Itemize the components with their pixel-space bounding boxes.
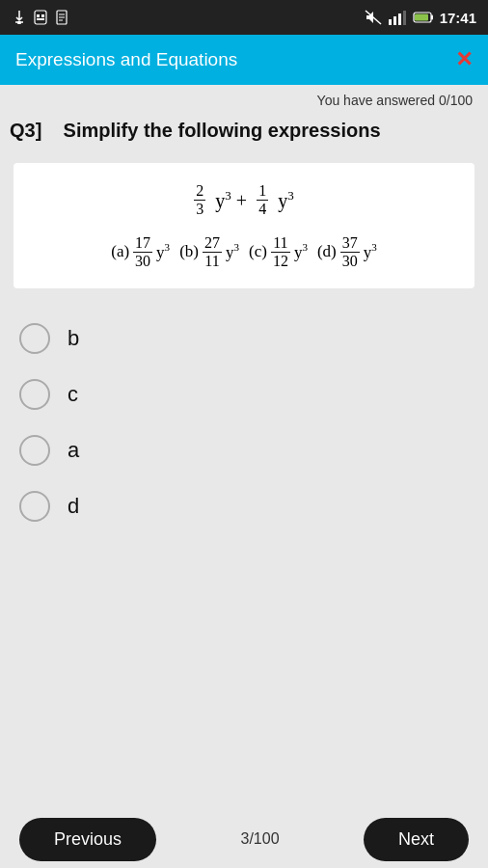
status-bar: 17:41 [0, 0, 488, 35]
previous-button[interactable]: Previous [19, 818, 156, 861]
option-row-a[interactable]: a [19, 427, 469, 474]
answer-options: b c a d [0, 306, 488, 539]
svg-rect-1 [35, 11, 46, 24]
svg-rect-12 [398, 14, 401, 25]
title-text: Expressions and Equations [15, 49, 237, 70]
option-label-a: a [68, 438, 79, 463]
close-icon[interactable]: ✕ [455, 47, 473, 72]
option-row-d[interactable]: d [19, 483, 469, 529]
svg-rect-3 [41, 14, 44, 17]
option-row-b[interactable]: b [19, 315, 469, 362]
next-button[interactable]: Next [364, 818, 469, 861]
question-body: Simplify the following expressions [64, 120, 381, 141]
math-option-b: (b) 27 11 y3 [179, 234, 239, 269]
question-number: Q3] [10, 120, 41, 141]
battery-icon [413, 11, 434, 24]
usb-icon [12, 10, 27, 25]
doc-icon [54, 10, 69, 25]
radio-d[interactable] [19, 491, 50, 522]
main-expression: 2 3 y3 + 1 4 y3 [194, 182, 293, 217]
math-option-a: (a) 17 30 y3 [111, 234, 170, 269]
option-label-d: d [68, 494, 79, 519]
option-label-b: b [68, 326, 79, 351]
svg-rect-15 [431, 15, 433, 20]
math-answer-options: (a) 17 30 y3 (b) 27 11 y3 (c) 11 12 y3 (… [111, 234, 377, 269]
svg-rect-16 [415, 14, 428, 21]
svg-rect-10 [389, 19, 392, 25]
svg-rect-13 [403, 11, 406, 25]
svg-rect-0 [17, 21, 21, 24]
math-option-d: (d) 37 30 y3 [317, 234, 377, 269]
sim-icon [33, 10, 48, 25]
bottom-nav: Previous 3/100 Next [0, 810, 488, 868]
page-indicator: 3/100 [240, 830, 279, 848]
signal-icon [388, 10, 407, 25]
svg-rect-2 [37, 14, 40, 17]
svg-rect-4 [37, 18, 44, 20]
math-image-area: 2 3 y3 + 1 4 y3 (a) 17 30 y3 (b) 27 11 y… [14, 163, 474, 288]
question-label: Q3] Simplify the following expressions [0, 112, 488, 146]
fraction-1-4: 1 4 [257, 182, 268, 217]
option-row-c[interactable]: c [19, 371, 469, 418]
status-bar-right: 17:41 [365, 10, 476, 26]
radio-b[interactable] [19, 323, 50, 354]
radio-a[interactable] [19, 435, 50, 466]
progress-text: You have answered 0/100 [0, 85, 488, 112]
svg-rect-11 [393, 16, 396, 25]
radio-c[interactable] [19, 379, 50, 410]
status-bar-left [12, 10, 69, 25]
option-label-c: c [68, 382, 78, 407]
fraction-2-3: 2 3 [194, 182, 205, 217]
math-option-c: (c) 11 12 y3 [249, 234, 308, 269]
title-bar: Expressions and Equations ✕ [0, 35, 488, 85]
time-display: 17:41 [440, 10, 476, 26]
mute-icon [365, 10, 382, 25]
